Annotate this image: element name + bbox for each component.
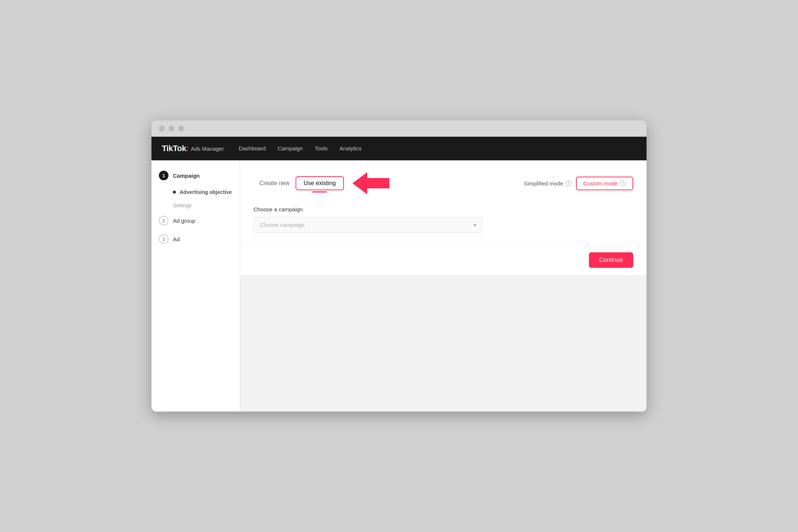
campaign-placeholder: Choose campaign: [260, 222, 304, 228]
sidebar-step3-ad[interactable]: 3 Ad: [151, 230, 240, 248]
custom-mode-button[interactable]: Custom mode ?: [576, 177, 633, 190]
arrow-annotation: [353, 172, 389, 194]
nav-item-tools[interactable]: Tools: [315, 145, 328, 152]
traffic-light-close[interactable]: [159, 126, 165, 132]
continue-button[interactable]: Continue: [589, 252, 633, 268]
logo-area: TikTok: Ads Manager: [162, 144, 224, 153]
chevron-down-icon: ▾: [474, 222, 476, 228]
tab-use-existing[interactable]: Use existing: [296, 176, 344, 190]
nav-item-dashboard[interactable]: Dashboard: [239, 145, 266, 152]
step2-badge: 2: [159, 216, 168, 225]
step3-badge: 3: [159, 234, 168, 244]
simplified-mode-button[interactable]: Simplified mode ?: [524, 180, 572, 187]
campaign-dropdown[interactable]: Choose campaign ▾: [253, 217, 482, 233]
browser-content: TikTok: Ads Manager Dashboard Campaign T…: [151, 137, 647, 412]
main-content: Create new Use existing: [240, 160, 647, 412]
arrow-shape: [353, 172, 389, 194]
step1-badge: 1: [159, 171, 168, 180]
nav-item-campaign[interactable]: Campaign: [277, 145, 303, 152]
browser-chrome: [151, 120, 647, 137]
arrow-body: [367, 178, 389, 188]
nav-links: Dashboard Campaign Tools Analytics: [239, 145, 362, 152]
logo-ads: Ads Manager: [191, 146, 224, 152]
sidebar-step2-adgroup[interactable]: 2 Ad group: [151, 211, 240, 230]
nav-item-analytics[interactable]: Analytics: [340, 145, 362, 152]
browser-window: TikTok: Ads Manager Dashboard Campaign T…: [151, 120, 647, 412]
sidebar-settings[interactable]: Settings: [151, 200, 240, 211]
simplified-mode-info-icon[interactable]: ?: [566, 180, 572, 186]
arrow-head: [352, 172, 367, 194]
tab-and-arrow: Create new Use existing: [253, 172, 389, 194]
step2-label: Ad group: [173, 218, 195, 224]
mode-row: Create new Use existing: [253, 172, 633, 194]
tab-group: Create new Use existing: [253, 176, 344, 190]
tab-create-new[interactable]: Create new: [253, 177, 296, 190]
logo-tiktok: TikTok:: [162, 144, 189, 153]
traffic-light-minimize[interactable]: [168, 126, 174, 132]
choose-campaign-label: Choose a campaign: [253, 206, 633, 212]
custom-mode-info-icon[interactable]: ?: [620, 180, 626, 186]
sidebar-step1-campaign[interactable]: 1 Campaign: [151, 166, 240, 185]
app-body: 1 Campaign Advertising objective Setting…: [151, 160, 647, 412]
topnav: TikTok: Ads Manager Dashboard Campaign T…: [151, 137, 647, 160]
step1-label: Campaign: [173, 173, 200, 179]
traffic-light-maximize[interactable]: [178, 126, 184, 132]
sidebar: 1 Campaign Advertising objective Setting…: [151, 160, 240, 412]
bullet-icon: [173, 191, 176, 194]
mode-buttons: Simplified mode ? Custom mode ?: [524, 177, 633, 190]
step3-label: Ad: [173, 236, 180, 242]
footer-bar: Continue: [240, 245, 647, 275]
sidebar-advertising-objective[interactable]: Advertising objective: [151, 185, 240, 200]
content-card: Create new Use existing: [240, 160, 647, 245]
